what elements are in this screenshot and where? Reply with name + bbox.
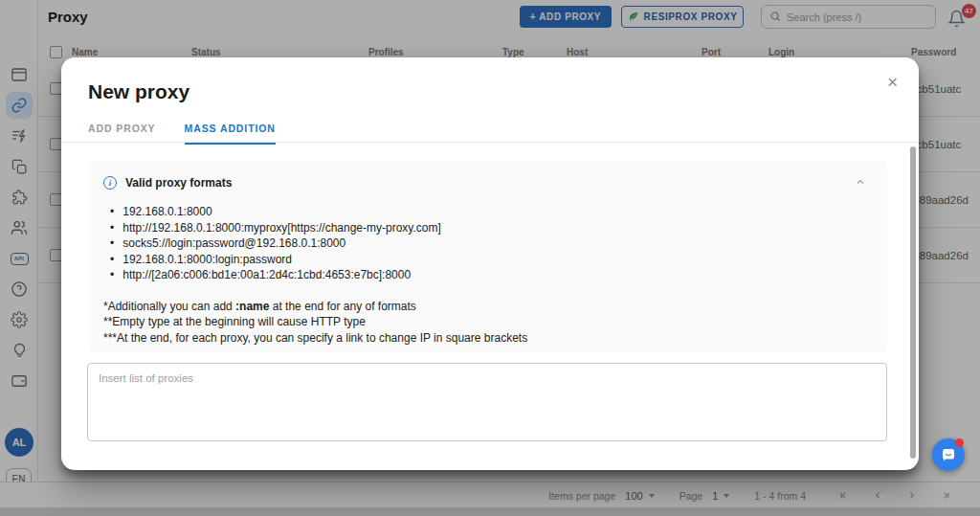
collapse-panel-button[interactable]: [855, 174, 866, 191]
tabs-divider: [61, 142, 919, 143]
valid-formats-panel: i Valid proxy formats •192.168.0.1:8000 …: [88, 161, 887, 352]
note-line: ***At the end, for each proxy, you can s…: [103, 330, 872, 347]
list-item: •http://[2a06:c006:bd1e:00a1:2d4c:1cbd:4…: [103, 267, 872, 283]
note-line: **Empty type at the beginning will cause…: [103, 314, 872, 330]
tab-mass-addition[interactable]: MASS ADDITION: [185, 117, 276, 145]
modal-title: New proxy: [88, 80, 189, 103]
chat-widget-button[interactable]: [932, 438, 965, 471]
valid-formats-title: Valid proxy formats: [125, 176, 232, 190]
close-icon[interactable]: ×: [887, 73, 898, 91]
note-line: *Additionally you can add :name at the e…: [103, 299, 872, 315]
proxy-list-textarea[interactable]: [87, 363, 887, 441]
list-item: •socks5://login:password@192.168.0.1:800…: [103, 236, 872, 252]
format-notes: *Additionally you can add :name at the e…: [103, 299, 872, 347]
chat-notification-dot: [955, 438, 964, 447]
chat-bubble-icon: [940, 446, 957, 463]
modal-tabs: ADD PROXY MASS ADDITION: [88, 117, 276, 145]
list-item: •192.168.0.1:8000: [103, 204, 872, 220]
new-proxy-modal: × New proxy ADD PROXY MASS ADDITION i Va…: [61, 57, 919, 470]
tab-add-proxy[interactable]: ADD PROXY: [88, 117, 156, 145]
list-item: •http://192.168.0.1:8000:myproxy[https:/…: [103, 220, 872, 236]
chevron-up-icon: [855, 176, 866, 188]
list-item: •192.168.0.1:8000:login:password: [103, 252, 872, 268]
proxy-format-list: •192.168.0.1:8000 •http://192.168.0.1:80…: [103, 204, 872, 283]
modal-scrollbar[interactable]: [910, 146, 916, 459]
info-circle-icon: i: [103, 176, 117, 190]
